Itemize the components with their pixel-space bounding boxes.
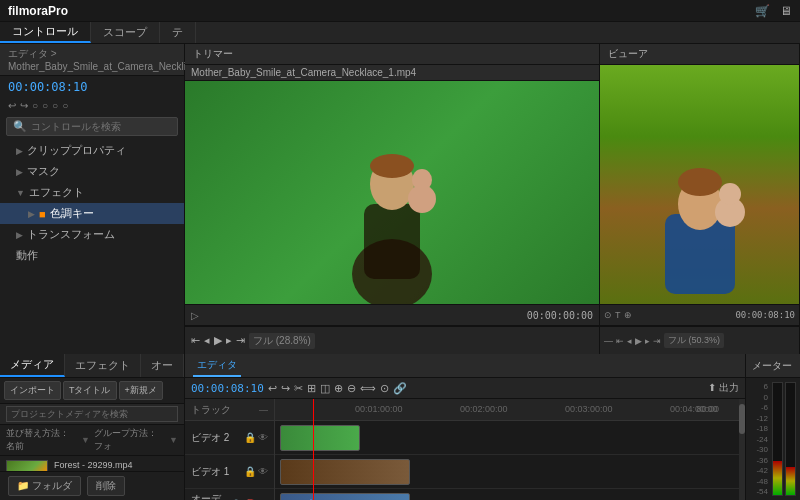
eye-icon[interactable]: 👁	[258, 432, 268, 443]
track-content-audio1[interactable]	[275, 489, 739, 500]
delete-button[interactable]: 削除	[87, 476, 125, 496]
ruler-mark-1: 00:01:00:00	[355, 404, 403, 414]
editor-cut[interactable]: ✂	[294, 382, 303, 395]
folder-button[interactable]: 📁 フォルダ	[8, 476, 81, 496]
clip-block[interactable]	[280, 425, 360, 451]
ctrl-icon4[interactable]: ○	[62, 100, 68, 111]
tree-item-motion[interactable]: 動作	[0, 245, 184, 266]
track-row-audio1: オーディオ 1 🔒 🔇 〜	[185, 489, 274, 500]
trim-next-icon[interactable]: ▸	[226, 334, 232, 347]
title-button[interactable]: Tタイトル	[63, 381, 117, 400]
undo-btn[interactable]: ↩	[8, 100, 16, 111]
editor-header: エディタ	[185, 354, 745, 378]
viewer-play-btn[interactable]: ▶	[635, 336, 642, 346]
meter-channels	[772, 382, 796, 496]
timeline-content[interactable]: 00:01:00:00 00:02:00:00 00:03:00:00 00:0…	[275, 399, 739, 500]
trim-end-icon[interactable]: ⇥	[236, 334, 245, 347]
tree-item-clip-props[interactable]: ▶ クリッププロパティ	[0, 140, 184, 161]
ctrl-icon1[interactable]: ○	[32, 100, 38, 111]
meter-panel: メーター 6 0 -6 -12 -18 -24 -30 -36 -42 -48 …	[745, 354, 800, 500]
trimmer-zoom[interactable]: フル (28.8%)	[249, 333, 315, 349]
new-media-button[interactable]: +新規メ	[119, 381, 163, 400]
cart-icon[interactable]: 🛒	[755, 4, 770, 18]
meter-label-neg30: -30	[750, 445, 768, 454]
ruler-mark-5: 80:00	[696, 404, 719, 414]
project-search-bar[interactable]	[0, 404, 184, 425]
viewer-zoom[interactable]: フル (50.3%)	[664, 333, 724, 348]
folder-icon: 📁	[17, 480, 29, 491]
import-button[interactable]: インポート	[4, 381, 61, 400]
tree-item-transform[interactable]: ▶ トランスフォーム	[0, 224, 184, 245]
ruler-mark-2: 00:02:00:00	[460, 404, 508, 414]
tree-item-color-key[interactable]: ▶ ■ 色調キー	[0, 203, 184, 224]
viewer-prev-btn[interactable]: ⇤	[616, 336, 624, 346]
tab-extra[interactable]: テ	[160, 22, 196, 43]
trimmer-controls: ⇤ ◂ ▶ ▸ ⇥ フル (28.8%)	[185, 326, 599, 354]
viewer-icon3[interactable]: ⊕	[624, 310, 632, 320]
editor-undo[interactable]: ↩	[268, 382, 277, 395]
monitor-icon[interactable]: 🖥	[780, 4, 792, 18]
arrow-icon: ▶	[16, 230, 23, 240]
editor-redo[interactable]: ↪	[281, 382, 290, 395]
file-name: Forest - 29299.mp4	[54, 460, 178, 470]
control-search-input[interactable]	[31, 121, 171, 132]
viewer-header: ビューア	[600, 44, 799, 65]
meter-label-neg6: -6	[750, 403, 768, 412]
editor-tab[interactable]: エディタ	[193, 354, 241, 377]
editor-split[interactable]: ◫	[320, 382, 330, 395]
viewer-panel: ビューア ⊙ T ⊕ 00:00:08:10	[600, 44, 800, 354]
lock-icon[interactable]: 🔒	[244, 432, 256, 443]
track-row-video1: ビデオ 1 🔒 👁	[185, 455, 274, 489]
track-header: トラック —	[185, 399, 274, 421]
viewer-icon2[interactable]: T	[615, 310, 621, 320]
playhead[interactable]	[313, 399, 314, 500]
lock-icon[interactable]: 🔒	[244, 466, 256, 477]
editor-fit[interactable]: ⟺	[360, 382, 376, 395]
ctrl-icon2[interactable]: ○	[42, 100, 48, 111]
title-bar: filmoraPro 🛒 🖥	[0, 0, 800, 22]
project-search-input[interactable]	[6, 406, 178, 422]
track-content-video1[interactable]	[275, 455, 739, 489]
viewer-timecode: 00:00:08:10	[735, 310, 795, 320]
tree-item-mask[interactable]: ▶ マスク	[0, 161, 184, 182]
meter-label-neg48: -48	[750, 477, 768, 486]
editor-snap[interactable]: ⊞	[307, 382, 316, 395]
tab-media[interactable]: メディア	[0, 354, 65, 377]
redo-btn[interactable]: ↪	[20, 100, 28, 111]
clip-block[interactable]	[280, 493, 410, 500]
editor-zoom-in[interactable]: ⊕	[334, 382, 343, 395]
trimmer-header: トリマー	[185, 44, 599, 65]
list-item[interactable]: Forest - 29299.mp4 840 x 360 ピクセル 00:01:…	[0, 456, 184, 471]
clip-block[interactable]	[280, 459, 410, 485]
meter-scale: 6 0 -6 -12 -18 -24 -30 -36 -42 -48 -54	[750, 382, 768, 496]
output-button[interactable]: ⬆ 出力	[708, 381, 739, 395]
track-icons: 🔒 👁	[244, 432, 268, 443]
tab-effects[interactable]: エフェクト	[65, 354, 141, 377]
bottom-section: メディア エフェクト オー インポート Tタイトル +新規メ	[0, 354, 800, 500]
trim-play-btn[interactable]: ▶	[214, 334, 222, 347]
control-search-bar[interactable]: 🔍	[6, 117, 178, 136]
tab-control[interactable]: コントロール	[0, 22, 91, 43]
viewer-end-btn[interactable]: ⇥	[653, 336, 661, 346]
tab-scope[interactable]: スコープ	[91, 22, 160, 43]
output-icon: ⬆	[708, 382, 716, 393]
tab-other[interactable]: オー	[141, 354, 184, 377]
timeline-area: トラック — ビデオ 2 🔒 👁 ビデオ 1	[185, 399, 745, 500]
viewer-fwd-btn[interactable]: ▸	[645, 336, 650, 346]
trim-prev-icon2[interactable]: ◂	[204, 334, 210, 347]
editor-zoom-out[interactable]: ⊖	[347, 382, 356, 395]
trimmer-timecode: 00:00:00:00	[527, 310, 593, 321]
tree-item-effects[interactable]: ▼ エフェクト	[0, 182, 184, 203]
file-info: Forest - 29299.mp4 840 x 360 ピクセル 00:01:…	[54, 460, 178, 471]
track-content-video2[interactable]	[275, 421, 739, 455]
top-section: エディタ > Mother_Baby_Smile_at_Camera_Neckl…	[0, 44, 800, 354]
trim-play-icon[interactable]: ▷	[191, 310, 199, 321]
ctrl-icon3[interactable]: ○	[52, 100, 58, 111]
eye-icon[interactable]: 👁	[258, 466, 268, 477]
viewer-back-btn[interactable]: ◂	[627, 336, 632, 346]
viewer-icon1[interactable]: ⊙	[604, 310, 612, 320]
viewer-preview	[600, 65, 799, 304]
editor-icon2[interactable]: 🔗	[393, 382, 407, 395]
editor-icon1[interactable]: ⊙	[380, 382, 389, 395]
trim-prev-icon1[interactable]: ⇤	[191, 334, 200, 347]
